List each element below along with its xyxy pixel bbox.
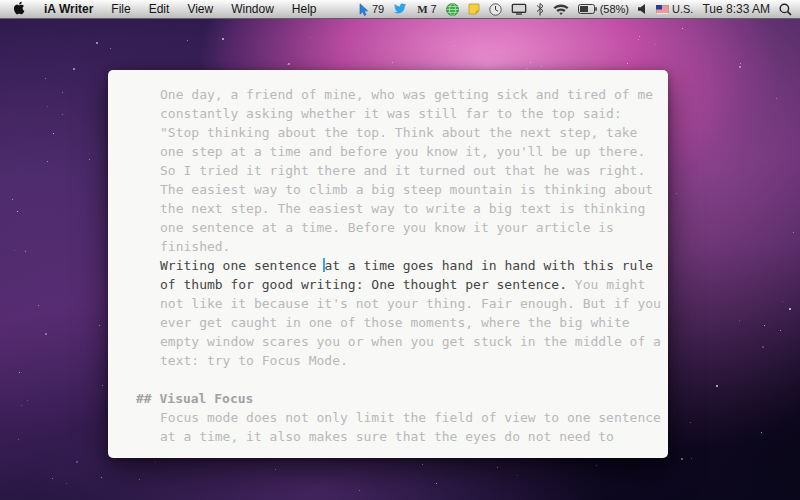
ia-writer-window: One day, a friend of mine, who was getti… xyxy=(108,70,668,458)
globe-icon xyxy=(446,3,459,16)
twitter-status[interactable] xyxy=(393,3,408,15)
clock-menu-status[interactable] xyxy=(489,3,502,16)
dimmed-text: empty window scares you or when you get … xyxy=(160,334,661,349)
app-menu-ia-writer[interactable]: iA Writer xyxy=(35,0,102,18)
m-app-status[interactable]: M 7 xyxy=(417,3,437,15)
focused-sentence-text: Writing one sentence xyxy=(160,258,324,273)
editor-line: Focus mode does not only limit the field… xyxy=(160,408,650,427)
markdown-heading-text: ## Visual Focus xyxy=(136,391,253,406)
dimmed-text: text: try to Focus Mode. xyxy=(160,353,348,368)
m-app-icon: M xyxy=(417,3,427,15)
dimmed-text: Focus mode does not only limit the field… xyxy=(160,410,661,425)
clock-text: Tue 8:33 AM xyxy=(702,2,770,16)
globe-status[interactable] xyxy=(446,3,459,16)
editor-line: of thumb for good writing: One thought p… xyxy=(160,275,650,294)
editor-line: finished. xyxy=(160,237,650,256)
dimmed-text: finished. xyxy=(160,239,230,254)
dimmed-text: the next step. The easiest way to write … xyxy=(160,201,645,216)
editor-line: "Stop thinking about the top. Think abou… xyxy=(160,123,650,142)
dimmed-text: "Stop thinking about the top. Think abou… xyxy=(160,125,637,140)
editor-line: text: try to Focus Mode. xyxy=(160,351,650,370)
menu-edit[interactable]: Edit xyxy=(140,0,179,18)
spotlight-icon xyxy=(779,3,792,16)
editor-line: not like it because it's not your thing.… xyxy=(160,294,650,313)
apple-logo-icon xyxy=(14,1,26,18)
twitter-icon xyxy=(393,3,408,15)
wifi-status[interactable] xyxy=(553,4,569,15)
editor-line: So I tried it right there and it turned … xyxy=(160,161,650,180)
editor-text[interactable]: One day, a friend of mine, who was getti… xyxy=(160,85,650,448)
editor-line: Writing one sentence at a time goes hand… xyxy=(160,256,650,275)
editor-line: One day, a friend of mine, who was getti… xyxy=(160,85,650,104)
menu-view[interactable]: View xyxy=(178,0,222,18)
dimmed-text: constantly asking whether it was still f… xyxy=(160,106,622,121)
dimmed-text: So I tried it right there and it turned … xyxy=(160,163,645,178)
display-icon xyxy=(511,3,527,15)
dimmed-text: at a time, it also makes sure that the e… xyxy=(160,429,614,444)
dimmed-text: one sentence at a time. Before you know … xyxy=(160,220,614,235)
dimmed-text: not like it because it's not your thing.… xyxy=(160,296,661,311)
focused-sentence-text: at a time goes hand in hand with this ru… xyxy=(324,258,653,273)
input-source-status[interactable]: U.S. xyxy=(656,3,693,15)
dimmed-text: The easiest way to climb a big steep mou… xyxy=(160,182,653,197)
volume-status[interactable] xyxy=(638,4,647,14)
pointer-icon xyxy=(359,3,369,16)
pointer-count: 79 xyxy=(372,3,384,15)
dimmed-text: You might xyxy=(567,277,645,292)
bluetooth-icon xyxy=(536,3,544,16)
focused-sentence-text: of thumb for good writing: One thought p… xyxy=(160,277,567,292)
editor-line: the next step. The easiest way to write … xyxy=(160,199,650,218)
menu-clock[interactable]: Tue 8:33 AM xyxy=(702,2,770,16)
dimmed-text: one step at a time and before you know i… xyxy=(160,144,645,159)
input-source-label: U.S. xyxy=(672,3,693,15)
battery-status[interactable]: (58%) xyxy=(578,3,629,15)
dimmed-text: ever get caught in one of those moments,… xyxy=(160,315,630,330)
editor-line: The easiest way to climb a big steep mou… xyxy=(160,180,650,199)
editor-line: constantly asking whether it was still f… xyxy=(160,104,650,123)
editor-line: empty window scares you or when you get … xyxy=(160,332,650,351)
menu-help[interactable]: Help xyxy=(283,0,326,18)
editor-line: ## Visual Focus xyxy=(160,389,650,408)
editor-line: one step at a time and before you know i… xyxy=(160,142,650,161)
stickies-status[interactable] xyxy=(468,3,480,15)
m-app-count: 7 xyxy=(431,3,437,15)
wifi-icon xyxy=(553,4,569,15)
apple-menu[interactable] xyxy=(0,0,35,18)
stickies-icon xyxy=(468,3,480,15)
dimmed-text: One day, a friend of mine, who was getti… xyxy=(160,87,653,102)
spotlight-button[interactable] xyxy=(779,3,792,16)
battery-icon xyxy=(578,4,597,14)
clock-icon xyxy=(489,3,502,16)
editor-line: ever get caught in one of those moments,… xyxy=(160,313,650,332)
editor-line: one sentence at a time. Before you know … xyxy=(160,218,650,237)
editor-line xyxy=(160,370,650,389)
battery-percent: (58%) xyxy=(600,3,629,15)
bluetooth-status[interactable] xyxy=(536,3,544,16)
pointer-status[interactable]: 79 xyxy=(359,3,384,16)
volume-icon xyxy=(638,4,647,14)
menu-file[interactable]: File xyxy=(102,0,139,18)
editor-line: at a time, it also makes sure that the e… xyxy=(160,427,650,446)
us-flag-icon xyxy=(656,5,669,14)
menu-bar: iA Writer File Edit View Window Help 79 … xyxy=(0,0,800,19)
menu-window[interactable]: Window xyxy=(222,0,283,18)
display-status[interactable] xyxy=(511,3,527,15)
